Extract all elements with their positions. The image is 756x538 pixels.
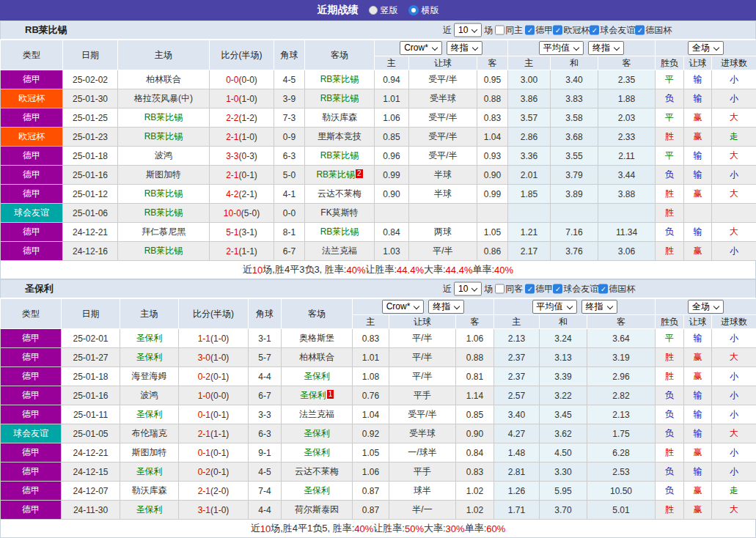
score-link[interactable]: 2-2(1-2): [210, 108, 274, 128]
avg-away: 3.64: [587, 329, 656, 348]
league-filter-德国杯[interactable]: 德国杯: [598, 283, 635, 295]
home-team-link[interactable]: 布伦瑞克: [120, 424, 179, 443]
home-team-link[interactable]: 柏林联合: [118, 70, 210, 89]
odds-period-select[interactable]: 终指: [447, 41, 482, 55]
home-team-link[interactable]: 拜仁慕尼黑: [118, 223, 210, 242]
radio-checked-icon[interactable]: [408, 5, 419, 15]
checkbox-checked-icon[interactable]: [525, 284, 535, 294]
away-team-link[interactable]: FK莫斯特: [305, 204, 375, 223]
home-team-link[interactable]: RB莱比锡: [118, 108, 210, 128]
score-link[interactable]: 5-1(3-1): [210, 223, 274, 242]
away-team-link[interactable]: 勒沃库森: [305, 108, 375, 128]
home-team-link[interactable]: 圣保利: [120, 501, 179, 520]
avg-period-select[interactable]: 终指: [581, 300, 617, 314]
score-link[interactable]: 2-1(1-0): [210, 128, 274, 147]
score-link[interactable]: 3-0(1-0): [179, 348, 249, 367]
score-link[interactable]: 0-1(0-1): [179, 443, 249, 463]
away-team-link[interactable]: 云达不莱梅: [282, 463, 353, 482]
home-team-link[interactable]: 圣保利: [120, 348, 179, 367]
away-team-link[interactable]: 圣保利: [282, 424, 353, 443]
home-team-link[interactable]: 格拉茨风暴(中): [118, 89, 210, 108]
away-team-link[interactable]: 里斯本竞技: [305, 128, 375, 147]
same-venue-filter[interactable]: 同客: [495, 283, 523, 295]
radio-horizontal-layout[interactable]: 横版: [408, 4, 439, 17]
league-filter-德国杯[interactable]: 德国杯: [635, 24, 672, 37]
away-team-link[interactable]: 圣保利: [282, 443, 353, 463]
checkbox-checked-icon[interactable]: [598, 284, 608, 294]
score-link[interactable]: 0-1(0-1): [179, 405, 249, 424]
score-link[interactable]: 0-2(0-1): [179, 463, 249, 482]
score-link[interactable]: 2-1(1-1): [210, 242, 274, 261]
score-link[interactable]: 10-0(5-0): [210, 204, 274, 223]
away-team-link[interactable]: 圣保利: [282, 482, 353, 501]
home-team-link[interactable]: 海登海姆: [120, 367, 179, 386]
score-link[interactable]: 2-1(1-1): [179, 424, 249, 443]
score-link[interactable]: 1-0(0-0): [179, 386, 249, 405]
score-link[interactable]: 2-1(2-0): [179, 482, 249, 501]
away-team-link[interactable]: 法兰克福: [305, 242, 375, 261]
match-date: 25-01-05: [62, 424, 120, 443]
same-venue-filter[interactable]: 同主: [495, 24, 523, 37]
away-team-link[interactable]: RB莱比锡: [305, 89, 375, 108]
avg-select[interactable]: 平均值: [539, 41, 584, 55]
league-filter-球会友谊[interactable]: 球会友谊: [553, 283, 598, 295]
score-link[interactable]: 1-0(1-0): [210, 89, 274, 108]
scope-select[interactable]: 全场: [688, 300, 724, 314]
away-team-link[interactable]: RB莱比锡: [305, 147, 375, 166]
match-count-select[interactable]: 10: [454, 282, 482, 296]
away-team-link[interactable]: 圣保利1: [282, 386, 353, 405]
avg-select[interactable]: 平均值: [532, 300, 577, 314]
away-team-link[interactable]: RB莱比锡2: [305, 166, 375, 185]
home-team-link[interactable]: 波鸿: [120, 386, 179, 405]
away-team-link[interactable]: RB莱比锡: [305, 223, 375, 242]
score-link[interactable]: 4-2(2-1): [210, 185, 274, 204]
avg-period-select[interactable]: 终指: [588, 41, 624, 55]
odds-source-select[interactable]: Crow*: [382, 300, 425, 314]
league-filter-德甲[interactable]: 德甲: [525, 24, 553, 37]
result-goals: 小: [712, 463, 756, 482]
avg-draw: 4.50: [540, 443, 587, 463]
home-team-link[interactable]: 圣保利: [120, 463, 179, 482]
checkbox-unchecked-icon[interactable]: [495, 284, 504, 294]
home-team-link[interactable]: 圣保利: [120, 329, 179, 348]
away-team-link[interactable]: 奥格斯堡: [282, 329, 353, 348]
score-link[interactable]: 0-2(0-1): [179, 367, 249, 386]
checkbox-unchecked-icon[interactable]: [495, 26, 504, 35]
away-team-link[interactable]: 法兰克福: [282, 405, 353, 424]
home-team-link[interactable]: 波鸿: [118, 147, 210, 166]
away-team-link[interactable]: 云达不莱梅: [305, 185, 375, 204]
home-team-link[interactable]: 圣保利: [120, 405, 179, 424]
score-link[interactable]: 0-0(0-0): [210, 70, 274, 89]
away-team-link[interactable]: 柏林联合: [282, 348, 353, 367]
away-team-link[interactable]: 圣保利: [282, 367, 353, 386]
home-team-link[interactable]: RB莱比锡: [118, 242, 210, 261]
checkbox-checked-icon[interactable]: [553, 26, 562, 35]
league-filter-球会友谊[interactable]: 球会友谊: [590, 24, 635, 37]
checkbox-checked-icon[interactable]: [525, 26, 535, 35]
scope-select[interactable]: 全场: [688, 41, 724, 55]
checkbox-checked-icon[interactable]: [590, 26, 599, 35]
home-team-link[interactable]: RB莱比锡: [118, 204, 210, 223]
odds-source-select[interactable]: Crow*: [400, 41, 442, 55]
home-team-link[interactable]: 斯图加特: [120, 443, 179, 463]
home-team-link[interactable]: 勒沃库森: [120, 482, 179, 501]
checkbox-checked-icon[interactable]: [553, 284, 562, 294]
match-count-select[interactable]: 10: [454, 23, 482, 37]
league-filter-德甲[interactable]: 德甲: [525, 283, 553, 295]
radio-vertical-layout[interactable]: 竖版: [369, 4, 398, 17]
away-team-link[interactable]: RB莱比锡: [305, 70, 375, 89]
league-filters: 德甲球会友谊德国杯: [525, 283, 635, 295]
league-filter-欧冠杯[interactable]: 欧冠杯: [553, 24, 590, 37]
odds-away: [477, 204, 508, 223]
checkbox-checked-icon[interactable]: [635, 26, 645, 35]
score-link[interactable]: 3-3(0-3): [210, 147, 274, 166]
home-team-link[interactable]: 斯图加特: [118, 166, 210, 185]
home-team-link[interactable]: RB莱比锡: [118, 185, 210, 204]
home-team-link[interactable]: RB莱比锡: [118, 128, 210, 147]
score-link[interactable]: 1-1(1-0): [179, 329, 249, 348]
odds-period-select[interactable]: 终指: [428, 300, 464, 314]
score-link[interactable]: 3-1(1-0): [179, 501, 249, 520]
radio-unchecked-icon[interactable]: [369, 6, 378, 15]
away-team-link[interactable]: 荷尔斯泰因: [282, 501, 353, 520]
score-link[interactable]: 2-1(0-1): [210, 166, 274, 185]
